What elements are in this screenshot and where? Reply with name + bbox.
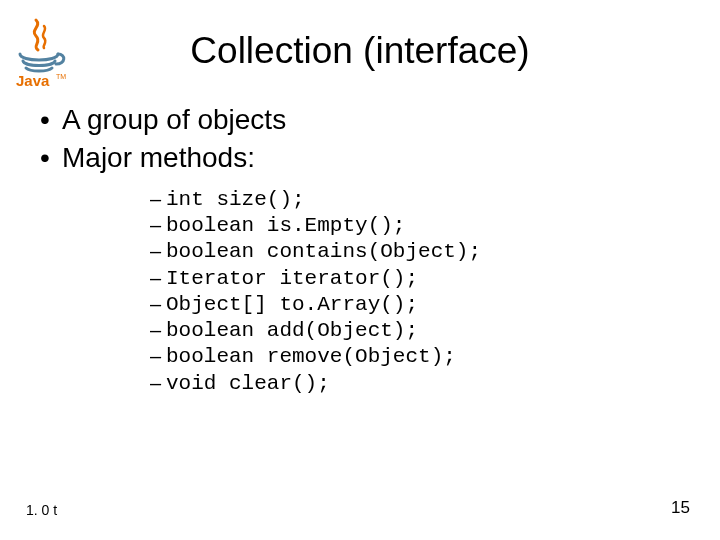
slide: Java TM Collection (interface) A group o… (0, 0, 720, 540)
method-item: boolean contains(Object); (150, 239, 680, 265)
slide-title: Collection (interface) (40, 30, 680, 72)
bullet-list: A group of objects Major methods: (40, 102, 680, 177)
java-wordmark: Java (16, 72, 50, 88)
method-item: boolean is.Empty(); (150, 213, 680, 239)
footer-version: 1. 0 t (26, 502, 57, 518)
bullet-item: A group of objects (40, 102, 680, 138)
method-item: boolean remove(Object); (150, 344, 680, 370)
page-number: 15 (671, 498, 690, 518)
method-item: void clear(); (150, 371, 680, 397)
method-item: boolean add(Object); (150, 318, 680, 344)
svg-text:TM: TM (56, 73, 66, 80)
java-logo-icon: Java TM (10, 16, 68, 88)
method-item: Object[] to.Array(); (150, 292, 680, 318)
method-list: int size(); boolean is.Empty(); boolean … (150, 187, 680, 397)
method-item: int size(); (150, 187, 680, 213)
bullet-item: Major methods: (40, 140, 680, 176)
method-item: Iterator iterator(); (150, 266, 680, 292)
